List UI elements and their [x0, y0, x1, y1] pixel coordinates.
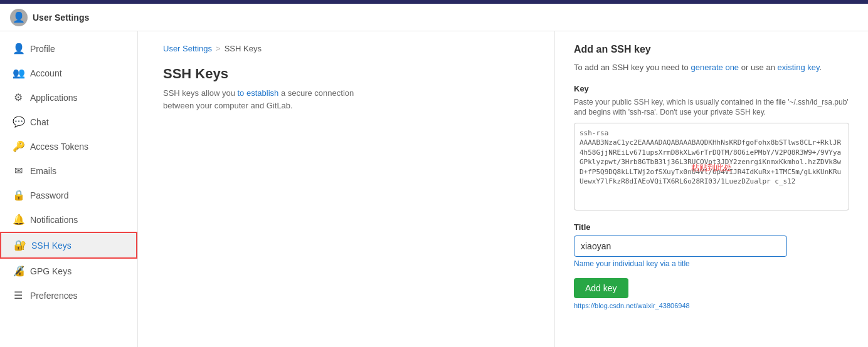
sidebar-item-chat[interactable]: 💬Chat [0, 110, 137, 134]
existing-link[interactable]: existing key [778, 63, 820, 72]
sidebar-label-chat: Chat [30, 117, 49, 127]
preferences-icon: ☰ [13, 289, 24, 301]
desc-link1: to establish [238, 88, 279, 98]
notifications-icon: 🔔 [13, 214, 24, 225]
main-layout: 👤Profile👥Account⚙Applications💬Chat🔑Acces… [0, 31, 868, 347]
left-content: User Settings > SSH Keys SSH Keys SSH ke… [138, 31, 554, 347]
add-key-button[interactable]: Add key [574, 278, 628, 298]
watermark: https://blog.csdn.net/waixir_43806948 [574, 302, 849, 309]
page-title: SSH Keys [163, 66, 529, 82]
sidebar-item-gpg-keys[interactable]: 🔏GPG Keys [0, 259, 137, 283]
gpg-keys-icon: 🔏 [13, 265, 24, 277]
profile-icon: 👤 [13, 43, 24, 54]
right-panel: Add an SSH key To add an SSH key you nee… [554, 31, 868, 347]
key-label: Key [574, 84, 849, 93]
sidebar-label-preferences: Preferences [30, 291, 77, 301]
access-tokens-icon: 🔑 [13, 140, 24, 152]
sidebar-label-account: Account [30, 68, 62, 78]
sidebar-item-applications[interactable]: ⚙Applications [0, 85, 137, 110]
sidebar-label-password: Password [30, 190, 68, 200]
panel-description: To add an SSH key you need to generate o… [574, 61, 849, 74]
user-icon: 👤 [10, 9, 28, 26]
panel-title: Add an SSH key [574, 44, 849, 55]
title-hint: Name your individual key via a title [574, 259, 849, 268]
key-field-container: 粘贴到此处 [574, 123, 849, 212]
title-field: Title Name your individual key via a tit… [574, 222, 849, 268]
generate-link[interactable]: generate one [691, 63, 739, 72]
sidebar-label-notifications: Notifications [30, 215, 78, 225]
sidebar-label-access-tokens: Access Tokens [30, 142, 88, 152]
sidebar-item-access-tokens[interactable]: 🔑Access Tokens [0, 134, 137, 158]
page-description: SSH keys allow you to establish a secure… [163, 87, 364, 111]
ssh-keys-icon: 🔐 [14, 239, 25, 251]
sidebar: 👤Profile👥Account⚙Applications💬Chat🔑Acces… [0, 31, 138, 347]
sidebar-item-password[interactable]: 🔒Password [0, 183, 137, 207]
app-header: 👤 User Settings [0, 4, 868, 31]
emails-icon: ✉ [13, 165, 24, 177]
title-input[interactable] [574, 236, 787, 257]
key-textarea[interactable] [574, 123, 849, 210]
sidebar-label-ssh-keys: SSH Keys [31, 241, 71, 251]
sidebar-label-emails: Emails [30, 166, 56, 176]
title-label: Title [574, 222, 849, 232]
sidebar-item-emails[interactable]: ✉Emails [0, 158, 137, 183]
password-icon: 🔒 [13, 189, 24, 201]
chat-icon: 💬 [13, 116, 24, 128]
sidebar-label-applications: Applications [30, 93, 78, 103]
breadcrumb-parent[interactable]: User Settings [163, 44, 212, 53]
sidebar-item-notifications[interactable]: 🔔Notifications [0, 207, 137, 232]
breadcrumb: User Settings > SSH Keys [163, 44, 529, 53]
header-title: 👤 User Settings [10, 9, 89, 26]
sidebar-label-gpg-keys: GPG Keys [30, 266, 71, 276]
sidebar-item-preferences[interactable]: ☰Preferences [0, 283, 137, 308]
account-icon: 👥 [13, 67, 24, 79]
sidebar-item-ssh-keys[interactable]: 🔐SSH Keys [0, 232, 137, 259]
breadcrumb-current: SSH Keys [225, 44, 262, 53]
content-inner: User Settings > SSH Keys SSH Keys SSH ke… [138, 31, 868, 347]
sidebar-item-account[interactable]: 👥Account [0, 61, 137, 85]
breadcrumb-separator: > [216, 44, 221, 53]
applications-icon: ⚙ [13, 91, 24, 103]
key-description: Paste your public SSH key, which is usua… [574, 97, 849, 118]
header-title-text: User Settings [33, 13, 89, 23]
sidebar-label-profile: Profile [30, 44, 55, 54]
sidebar-item-profile[interactable]: 👤Profile [0, 36, 137, 61]
